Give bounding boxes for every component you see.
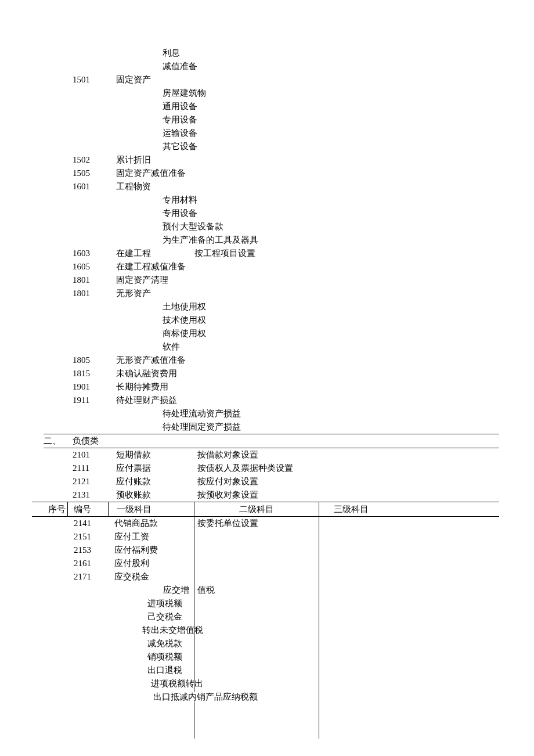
- l1: 应交税金: [109, 570, 194, 584]
- l2-text: 商标使用权: [0, 327, 206, 340]
- sub-row: 技术使用权: [0, 314, 534, 327]
- code: 2141: [68, 517, 109, 530]
- sub-row: 运输设备: [0, 127, 534, 140]
- l2-text: 专用设备: [0, 113, 197, 127]
- account-row: 2121应付账款按应付对象设置: [0, 475, 534, 488]
- sub-row: 软件: [0, 340, 534, 354]
- code: 1815: [73, 367, 116, 380]
- l2-text: 通用设备: [0, 100, 197, 113]
- l1: 应付股利: [109, 557, 194, 570]
- sub-row: 专用设备: [0, 113, 534, 127]
- sub-row: 专用材料: [0, 193, 534, 207]
- l1: 未确认融资费用: [116, 367, 197, 380]
- l1: 应付福利费: [109, 543, 194, 557]
- vat-title-left: 应交增: [32, 584, 194, 597]
- vat-sub-row: 进项税额转出: [32, 677, 499, 690]
- l1: 无形资产: [116, 287, 197, 300]
- account-row: 2171应交税金: [32, 570, 499, 584]
- vat-sub-row: 销项税额: [32, 650, 499, 664]
- l1: 长期待摊费用: [116, 380, 197, 394]
- code: 1911: [73, 394, 116, 407]
- account-row: 2131预收账款按预收对象设置: [0, 488, 534, 502]
- l2: 按委托单位设置: [194, 517, 319, 530]
- l1: 工程物资: [116, 180, 197, 193]
- account-row: 1815未确认融资费用: [0, 367, 534, 380]
- account-row: 1805无形资产减值准备: [0, 354, 534, 367]
- l3-text: 己交税金: [147, 612, 182, 621]
- l1: 固定资产: [116, 73, 197, 87]
- l2-text: 运输设备: [0, 127, 197, 140]
- account-row: 1601工程物资: [0, 180, 534, 193]
- l2-text: 专用设备: [0, 207, 197, 220]
- account-row: 1505固定资产减值准备: [0, 167, 534, 180]
- code: 2121: [73, 475, 116, 488]
- code: 2131: [73, 488, 116, 502]
- code: 1901: [73, 380, 116, 394]
- l3-text: 进项税额: [147, 599, 182, 608]
- l1: 代销商品款: [109, 517, 194, 530]
- l1: 待处理财产损益: [116, 394, 197, 407]
- l1: 无形资产减值准备: [116, 354, 197, 367]
- col-code: 编号: [68, 502, 109, 516]
- vat-sub-row: 出口抵减内销产品应纳税额: [32, 690, 499, 704]
- col-l2: 二级科目: [194, 502, 319, 516]
- account-row: 1911待处理财产损益: [0, 394, 534, 407]
- section-title: 负债类: [73, 434, 99, 448]
- code: 1801: [73, 287, 116, 300]
- account-row: 2151应付工资: [32, 530, 499, 543]
- l2-text: 房屋建筑物: [0, 87, 206, 100]
- vat-sub-row: 进项税额: [32, 597, 499, 610]
- l1: 应付账款: [116, 475, 197, 488]
- code: 1601: [73, 180, 116, 193]
- l1: 在建工程: [116, 247, 194, 260]
- l3-text: 销项税额: [147, 652, 182, 661]
- l2: 按债权人及票据种类设置: [197, 462, 325, 475]
- vat-title-right: 值税: [194, 584, 319, 597]
- l1: 固定资产减值准备: [116, 167, 197, 180]
- code: 1605: [73, 260, 116, 273]
- sub-row: 待处理流动资产损益: [0, 407, 534, 420]
- code: 1505: [73, 167, 116, 180]
- vat-sub-row: 转出未交增值税: [32, 624, 499, 637]
- code: 1501: [73, 73, 116, 87]
- section-seq: 二、: [0, 434, 73, 448]
- account-row: 2101短期借款按借款对象设置: [0, 448, 534, 462]
- vat-title-row: 应交增 值税: [32, 584, 499, 597]
- l1: 固定资产清理: [116, 273, 197, 287]
- col-l1: 一级科目: [109, 502, 194, 516]
- l1: 在建工程减值准备: [116, 260, 197, 273]
- l2-text: 待处理固定资产损益: [0, 420, 241, 434]
- sub-row: 房屋建筑物: [0, 87, 534, 100]
- l2-text: 技术使用权: [0, 314, 206, 327]
- l2-text: 待处理流动资产损益: [0, 407, 241, 420]
- l2-text: 土地使用权: [0, 300, 206, 314]
- code: 2111: [73, 462, 116, 475]
- vat-sub-row: 己交税金: [32, 610, 499, 624]
- code: 1603: [73, 247, 116, 260]
- l2-text: 软件: [0, 340, 180, 354]
- account-row: 1801固定资产清理: [0, 273, 534, 287]
- sub-row: 土地使用权: [0, 300, 534, 314]
- l2-text: 预付大型设备款: [0, 220, 223, 233]
- account-row: 2111应付票据按债权人及票据种类设置: [0, 462, 534, 475]
- code: 2161: [68, 557, 109, 570]
- sub-row: 减值准备: [0, 60, 534, 73]
- code: 2153: [68, 543, 109, 557]
- code: 1801: [73, 273, 116, 287]
- l1: 预收账款: [116, 488, 197, 502]
- sub-row: 利息: [0, 46, 534, 60]
- account-row: 1603在建工程按工程项目设置: [0, 247, 534, 260]
- vat-sub-row: 出口退税: [32, 664, 499, 677]
- col-seq: 序号: [32, 502, 68, 516]
- l3-text: 出口退税: [147, 665, 182, 675]
- table-tail: [32, 704, 499, 739]
- l2-text: 为生产准备的工具及器具: [0, 233, 258, 247]
- code: 1805: [73, 354, 116, 367]
- sub-row: 待处理固定资产损益: [0, 420, 534, 434]
- vat-sub-row: 减免税款: [32, 637, 499, 650]
- code: 2171: [68, 570, 109, 584]
- account-row: 1501 固定资产: [0, 73, 534, 87]
- l2-text: 利息: [0, 46, 180, 60]
- l2-text: 专用材料: [0, 193, 197, 207]
- section-header: 二、 负债类: [0, 434, 534, 448]
